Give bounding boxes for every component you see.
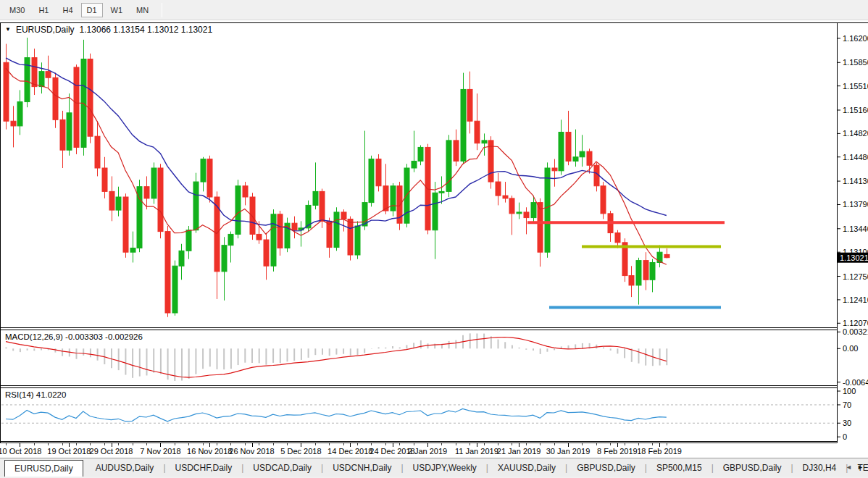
chart-tab-eurusd-daily[interactable]: EURUSD,Daily (4, 460, 83, 477)
chart-tab-audusd-daily[interactable]: AUDUSD,Daily (86, 460, 164, 477)
timeframe-button-h4[interactable]: H4 (57, 3, 78, 17)
terminal-window: M30H1H4D1W1MN 1.162001.158501.155101.151… (0, 0, 868, 478)
timeframe-button-mn[interactable]: MN (130, 3, 154, 17)
timeframe-button-h1[interactable]: H1 (33, 3, 54, 17)
price-axis[interactable] (837, 23, 868, 440)
chart-tab-sp500-m15[interactable]: SP500,M15 (647, 460, 711, 477)
timeframe-toolbar: M30H1H4D1W1MN (0, 0, 868, 20)
date-axis[interactable] (0, 443, 837, 458)
chart-tab-usdcad-daily[interactable]: USDCAD,Daily (243, 460, 321, 477)
chart-tab-dj30-h4[interactable]: DJ30,H4 (793, 460, 846, 477)
timeframe-button-m30[interactable]: M30 (4, 3, 30, 17)
tab-scroll-left-icon[interactable]: ◄ (846, 464, 852, 471)
chart-tab-gbpusd-daily[interactable]: GBPUSD,Daily (567, 460, 645, 477)
toolbar-divider (162, 3, 162, 17)
chart-window: 1.162001.158501.155101.151601.148201.144… (0, 20, 868, 458)
timeframe-buttons: M30H1H4D1W1MN (4, 3, 157, 17)
chart-tab-bar: EURUSD,DailyAUDUSD,Daily|USDCHF,Daily|US… (0, 458, 868, 477)
timeframe-button-d1[interactable]: D1 (81, 3, 103, 17)
tab-scroll-right-icon[interactable]: ► (857, 464, 864, 471)
timeframe-button-w1[interactable]: W1 (105, 3, 129, 17)
macd-pane[interactable] (0, 330, 837, 385)
main-price-pane[interactable] (0, 23, 837, 327)
chart-tab-xauusd-daily[interactable]: XAUUSD,Daily (488, 460, 565, 477)
chart-tab-gbpusd-daily[interactable]: GBPUSD,Daily (714, 460, 791, 477)
rsi-pane[interactable] (0, 388, 837, 440)
chart-tab-usdjpy-weekly[interactable]: USDJPY,Weekly (404, 460, 486, 477)
chart-tab-usdcnh-daily[interactable]: USDCNH,Daily (323, 460, 401, 477)
chart-tab-usdchf-daily[interactable]: USDCHF,Daily (166, 460, 242, 477)
